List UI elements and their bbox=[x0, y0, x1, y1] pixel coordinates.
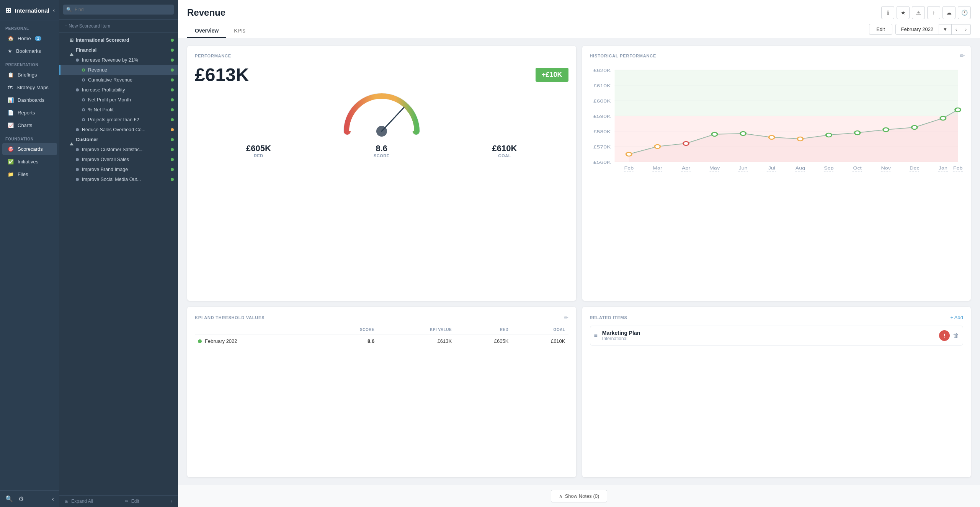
expand-all-btn[interactable]: ⊞ Expand All bbox=[65, 499, 93, 504]
sidebar-item-reports[interactable]: 📄 Reports bbox=[2, 107, 57, 119]
sidebar-item-dashboards[interactable]: 📊 Dashboards bbox=[2, 94, 57, 106]
tree-collapse-icon[interactable]: › bbox=[171, 499, 172, 504]
svg-text:£580K: £580K bbox=[593, 129, 611, 134]
tree-item-improve-social[interactable]: Improve Social Media Out... bbox=[59, 174, 178, 184]
tree-item-customer[interactable]: Customer bbox=[59, 135, 178, 145]
perf-score-label: SCORE bbox=[374, 153, 390, 158]
tree-item-text: Reduce Sales Overhead Co... bbox=[82, 127, 171, 132]
edit-button[interactable]: Edit bbox=[869, 24, 892, 35]
tree-item-intl-scorecard[interactable]: ⊞ International Scorecard bbox=[59, 35, 178, 45]
performance-bottom: £605K RED 8.6 SCORE £610K GOAL bbox=[195, 143, 568, 158]
nav-arrows: ‹ › bbox=[952, 24, 971, 35]
tree-item-pct-net-profit[interactable]: % Net Profit bbox=[59, 105, 178, 115]
svg-point-24 bbox=[712, 132, 717, 136]
tree-edit-btn[interactable]: ✏ Edit bbox=[125, 499, 139, 504]
strategy-maps-icon: 🗺 bbox=[8, 85, 13, 90]
sidebar-item-label: Strategy Maps bbox=[16, 85, 49, 90]
related-add-btn[interactable]: + Add bbox=[950, 315, 963, 320]
triangle-icon bbox=[70, 47, 74, 53]
warning-btn[interactable]: ⚠ bbox=[912, 6, 925, 19]
tree-indicator bbox=[171, 39, 174, 42]
svg-text:2021: 2021 bbox=[823, 170, 834, 171]
sidebar-collapse-icon[interactable]: ‹ bbox=[53, 8, 55, 13]
related-header: RELATED ITEMS + Add bbox=[590, 315, 964, 320]
tree-item-text: Net Profit per Month bbox=[88, 97, 171, 103]
tree-indicator bbox=[171, 108, 174, 111]
historical-edit-btn[interactable]: ✏ bbox=[960, 52, 965, 59]
sidebar-item-label: Dashboards bbox=[18, 97, 44, 103]
svg-point-26 bbox=[769, 135, 774, 139]
settings-icon[interactable]: ⚙ bbox=[18, 495, 24, 502]
star-btn[interactable]: ★ bbox=[897, 6, 910, 19]
files-icon: 📁 bbox=[8, 171, 14, 177]
delete-related-btn[interactable]: 🗑 bbox=[953, 332, 959, 339]
kpi-col-score: SCORE bbox=[320, 325, 377, 334]
bookmark-icon: ★ bbox=[8, 48, 12, 54]
svg-text:2021: 2021 bbox=[766, 170, 777, 171]
sidebar-title: International bbox=[15, 7, 49, 14]
tree-item-projects-greater[interactable]: Projects greater than £2 bbox=[59, 115, 178, 125]
upload-btn[interactable]: ↑ bbox=[927, 6, 940, 19]
tree-item-improve-brand[interactable]: Improve Brand Image bbox=[59, 165, 178, 174]
svg-point-29 bbox=[854, 131, 860, 135]
sidebar-item-strategy-maps[interactable]: 🗺 Strategy Maps bbox=[2, 82, 57, 93]
tree-item-cumulative-revenue[interactable]: Cumulative Revenue bbox=[59, 75, 178, 85]
date-dropdown-btn[interactable]: ▼ bbox=[939, 24, 952, 35]
svg-text:Dec: Dec bbox=[910, 166, 920, 170]
tree-content: ⊞ International Scorecard Financial Incr… bbox=[59, 33, 178, 495]
tree-item-text: Improve Customer Satisfac... bbox=[82, 147, 171, 152]
tree-indicator bbox=[171, 78, 174, 82]
svg-text:2021: 2021 bbox=[880, 170, 891, 171]
related-item-subtitle: International bbox=[602, 336, 934, 341]
svg-text:2021: 2021 bbox=[652, 170, 663, 171]
tree-new-item-btn[interactable]: + New Scorecard Item bbox=[59, 20, 178, 33]
tree-item-text: Projects greater than £2 bbox=[88, 117, 171, 122]
topbar-right-actions: Edit February 2022 ▼ ‹ › bbox=[869, 24, 971, 38]
sidebar-toggle-icon[interactable]: ‹ bbox=[52, 496, 54, 502]
page-title: Revenue bbox=[187, 7, 225, 18]
chevron-up-icon: ∧ bbox=[559, 493, 563, 499]
svg-text:Jun: Jun bbox=[738, 166, 747, 170]
sidebar-item-files[interactable]: 📁 Files bbox=[2, 168, 57, 180]
sidebar-item-home[interactable]: 🏠 Home 1 bbox=[2, 33, 57, 44]
related-item-actions: ! 🗑 bbox=[939, 330, 959, 341]
clock-btn[interactable]: 🕐 bbox=[958, 6, 971, 19]
svg-point-33 bbox=[955, 108, 960, 112]
sidebar-item-charts[interactable]: 📈 Charts bbox=[2, 119, 57, 131]
tree-item-text: Improve Social Media Out... bbox=[82, 177, 171, 182]
tree-item-improve-overall-sales[interactable]: Improve Overall Sales bbox=[59, 155, 178, 165]
sidebar-item-bookmarks[interactable]: ★ Bookmarks bbox=[2, 45, 57, 57]
cloud-btn[interactable]: ☁ bbox=[942, 6, 956, 19]
topbar-row1: Revenue ℹ ★ ⚠ ↑ ☁ 🕐 bbox=[187, 6, 971, 19]
kpi-edit-btn[interactable]: ✏ bbox=[564, 315, 568, 321]
kpi-row-dot bbox=[198, 339, 202, 343]
svg-point-31 bbox=[911, 126, 917, 129]
nav-prev-btn[interactable]: ‹ bbox=[952, 24, 961, 35]
show-notes-btn[interactable]: ∧ Show Notes (0) bbox=[551, 490, 608, 502]
sidebar-item-label: Bookmarks bbox=[16, 48, 41, 54]
kpi-col-kpi-value: KPI VALUE bbox=[377, 325, 455, 334]
search-icon[interactable]: 🔍 bbox=[5, 495, 13, 502]
tree-item-reduce-sales[interactable]: Reduce Sales Overhead Co... bbox=[59, 125, 178, 135]
tab-kpis[interactable]: KPIs bbox=[226, 24, 253, 38]
tree-item-revenue[interactable]: Revenue bbox=[59, 65, 178, 75]
svg-rect-19 bbox=[614, 70, 958, 116]
tree-item-increase-profitability[interactable]: Increase Profitability bbox=[59, 85, 178, 95]
tree-search-input[interactable] bbox=[63, 5, 174, 15]
date-label-btn[interactable]: February 2022 bbox=[895, 24, 939, 35]
sidebar-item-initiatives[interactable]: ✅ Initiatives bbox=[2, 156, 57, 168]
tree-item-net-profit[interactable]: Net Profit per Month bbox=[59, 95, 178, 105]
kpi-col-red: RED bbox=[455, 325, 511, 334]
sidebar-item-scorecards[interactable]: 🎯 Scorecards bbox=[2, 143, 57, 155]
related-item-title: Marketing Plan bbox=[602, 330, 934, 336]
nav-next-btn[interactable]: › bbox=[961, 24, 971, 35]
tab-overview[interactable]: Overview bbox=[187, 24, 226, 38]
section-label-personal: PERSONAL bbox=[0, 21, 59, 32]
sidebar-item-briefings[interactable]: 📋 Briefings bbox=[2, 69, 57, 81]
info-btn[interactable]: ℹ bbox=[881, 6, 894, 19]
svg-point-30 bbox=[883, 128, 889, 132]
tree-item-financial[interactable]: Financial bbox=[59, 45, 178, 55]
performance-top: £613K +£10K bbox=[195, 64, 568, 85]
tree-item-increase-revenue[interactable]: Increase Revenue by 21% bbox=[59, 55, 178, 65]
tree-item-improve-customer[interactable]: Improve Customer Satisfac... bbox=[59, 145, 178, 155]
